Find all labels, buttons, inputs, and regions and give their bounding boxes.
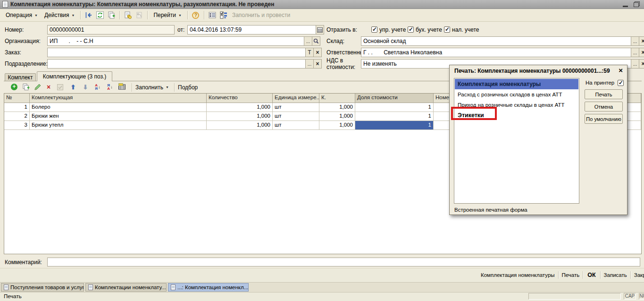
print-button[interactable]: Печать bbox=[559, 272, 583, 278]
cell-quantity[interactable]: 1,000 bbox=[207, 112, 273, 121]
taskbar-tab-komplektacii[interactable]: Комплектации номенклату... bbox=[85, 283, 167, 292]
column-header-share[interactable]: Доля стоимости bbox=[355, 94, 434, 103]
number-input[interactable] bbox=[47, 25, 175, 34]
calendar-button[interactable] bbox=[316, 25, 324, 34]
cell-k[interactable]: 1,000 bbox=[319, 121, 355, 130]
print-dialog: Печать: Комплектация номенклатуры 000000… bbox=[449, 65, 627, 215]
goto-menu[interactable]: Перейти ▼ bbox=[150, 10, 185, 20]
order-clear-button[interactable]: × bbox=[313, 48, 322, 57]
dialog-default-button[interactable]: По умолчанию bbox=[585, 114, 623, 124]
cell-share[interactable]: 1 bbox=[355, 112, 434, 121]
save-button[interactable]: Записать bbox=[601, 272, 630, 278]
department-clear-button[interactable]: × bbox=[313, 59, 322, 69]
date-label: от: bbox=[177, 26, 184, 34]
cell-unit[interactable]: шт bbox=[273, 112, 319, 121]
status-num-indicator: NUM bbox=[639, 293, 644, 300]
end-edit-button[interactable] bbox=[55, 83, 65, 91]
column-header-number[interactable]: № bbox=[4, 94, 30, 103]
tab-komplektuyushchie[interactable]: Комплектующие (3 поз.) bbox=[37, 71, 112, 81]
warehouse-clear-button[interactable]: × bbox=[639, 36, 644, 46]
fill-and-post-button[interactable] bbox=[218, 10, 229, 20]
cell-unit[interactable]: шт bbox=[273, 103, 319, 112]
management-accounting-checkbox[interactable] bbox=[371, 26, 377, 33]
cell-component[interactable]: Болеро bbox=[30, 103, 207, 112]
cell-unit[interactable]: шт bbox=[273, 121, 319, 130]
order-text-button[interactable]: T bbox=[305, 48, 314, 57]
add-icon: + bbox=[11, 84, 17, 90]
tab-komplekt[interactable]: Комплект bbox=[5, 73, 36, 81]
operation-menu[interactable]: Операция ▼ bbox=[2, 10, 41, 20]
cell-number[interactable]: 2 bbox=[4, 112, 30, 121]
column-header-unit[interactable]: Единица измере... bbox=[273, 94, 319, 103]
vat-clear-button[interactable]: × bbox=[639, 59, 644, 69]
reflect-label: Отразить в: bbox=[326, 26, 357, 34]
document-icon bbox=[171, 284, 176, 290]
cell-quantity[interactable]: 1,000 bbox=[207, 103, 273, 112]
delete-row-button[interactable]: × bbox=[44, 83, 53, 91]
comment-input[interactable] bbox=[47, 258, 640, 267]
cell-share-selected[interactable]: 1 bbox=[355, 121, 434, 130]
to-printer-checkbox[interactable] bbox=[618, 80, 624, 86]
repost-button[interactable] bbox=[94, 10, 106, 20]
komplektacia-button[interactable]: Комплектация номенклатуры bbox=[477, 272, 558, 278]
responsible-ellipsis-button[interactable]: ... bbox=[631, 48, 639, 57]
print-form-item-selected[interactable]: Комплектация номенклатуры bbox=[455, 79, 578, 89]
organization-input[interactable] bbox=[47, 36, 304, 46]
warehouse-ellipsis-button[interactable]: ... bbox=[631, 36, 639, 46]
add-row-button[interactable]: + bbox=[9, 83, 19, 91]
edit-row-button[interactable] bbox=[33, 83, 42, 91]
print-form-item[interactable]: Расход с розничных складов в ценах АТТ bbox=[455, 89, 578, 100]
column-header-quantity[interactable]: Количество bbox=[207, 94, 273, 103]
cell-component[interactable]: Брюки утепл bbox=[30, 121, 207, 130]
unpost-document-button[interactable] bbox=[134, 10, 145, 20]
close-icon[interactable]: × bbox=[619, 66, 623, 75]
cell-number[interactable]: 3 bbox=[4, 121, 30, 130]
minimize-icon[interactable] bbox=[623, 6, 628, 7]
fill-button-label: Заполнить bbox=[135, 84, 163, 91]
column-header-component[interactable]: Комплектующая bbox=[30, 94, 207, 103]
fill-button[interactable]: Заполнить ▼ bbox=[132, 83, 172, 92]
number-label: Номер: bbox=[5, 26, 24, 34]
vat-ellipsis-button[interactable]: ... bbox=[631, 59, 639, 69]
book-accounting-checkbox[interactable] bbox=[408, 26, 414, 33]
cell-share[interactable]: 1 bbox=[355, 103, 434, 112]
cell-quantity[interactable]: 1,000 bbox=[207, 121, 273, 130]
responsible-clear-button[interactable]: × bbox=[639, 48, 644, 57]
cell-number[interactable]: 1 bbox=[4, 103, 30, 112]
cell-component[interactable]: Брюки жен bbox=[30, 112, 207, 121]
barcode-button[interactable] bbox=[117, 83, 126, 91]
sort-desc-button[interactable]: ЯА↓ bbox=[105, 83, 115, 91]
cell-k[interactable]: 1,000 bbox=[319, 103, 355, 112]
move-up-button[interactable]: ⬆ bbox=[68, 83, 78, 91]
organization-open-button[interactable] bbox=[312, 36, 320, 46]
restore-icon[interactable] bbox=[634, 1, 640, 7]
department-input[interactable] bbox=[47, 59, 306, 69]
tax-accounting-checkbox[interactable] bbox=[444, 26, 450, 33]
warehouse-input[interactable] bbox=[361, 36, 631, 46]
dialog-cancel-button[interactable]: Отмена bbox=[585, 102, 623, 112]
taskbar-tab-postupleniya[interactable]: Поступления товаров и услуг bbox=[1, 283, 84, 292]
sort-asc-button[interactable]: АЯ↓ bbox=[93, 83, 102, 91]
post-and-close-button[interactable] bbox=[83, 10, 94, 20]
responsible-input[interactable] bbox=[361, 48, 631, 57]
cell-k[interactable]: 1,000 bbox=[319, 112, 355, 121]
post-document-button[interactable] bbox=[122, 10, 134, 20]
fill-post-icon bbox=[220, 11, 227, 19]
organization-ellipsis-button[interactable]: ... bbox=[304, 36, 312, 46]
list-settings-button[interactable] bbox=[207, 10, 218, 20]
pick-button[interactable]: Подбор bbox=[175, 83, 201, 92]
close-button[interactable]: Закрыть bbox=[631, 272, 644, 278]
help-button[interactable]: ? bbox=[190, 10, 201, 20]
column-header-k[interactable]: К. bbox=[319, 94, 355, 103]
move-down-button[interactable]: ⬇ bbox=[81, 83, 90, 91]
actions-menu[interactable]: Действия ▼ bbox=[41, 10, 78, 20]
ok-button[interactable]: ОК bbox=[583, 272, 600, 278]
date-input[interactable] bbox=[187, 25, 316, 34]
taskbar-tab-current[interactable]: ...: Комплектация номенкл... bbox=[168, 283, 249, 292]
department-ellipsis-button[interactable]: ... bbox=[305, 59, 314, 69]
copy-document-button[interactable] bbox=[106, 10, 117, 20]
window-controls bbox=[623, 1, 642, 7]
copy-row-button[interactable] bbox=[21, 83, 31, 91]
dialog-print-button[interactable]: Печать bbox=[585, 89, 623, 99]
order-input[interactable] bbox=[47, 48, 306, 57]
